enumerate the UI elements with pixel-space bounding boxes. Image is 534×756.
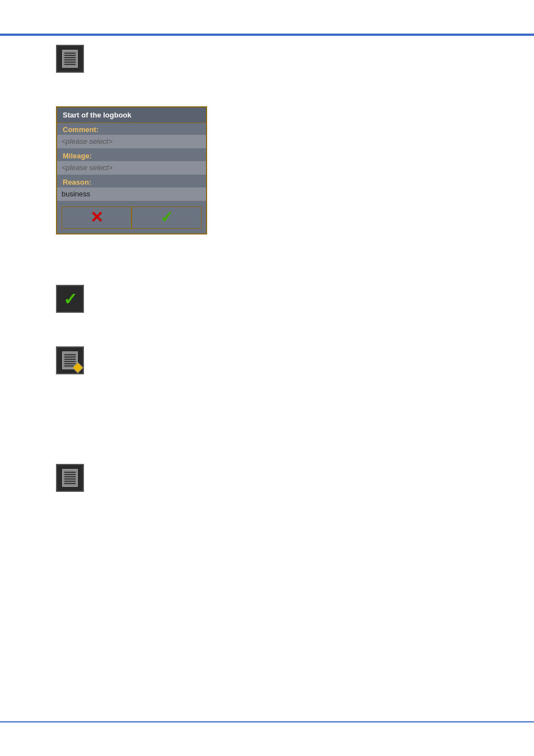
- mileage-field[interactable]: <please select>: [57, 161, 206, 175]
- logbook-icon: [62, 50, 78, 68]
- reason-label: Reason:: [57, 176, 206, 187]
- reason-field[interactable]: business: [57, 187, 206, 201]
- pencil-icon: [72, 362, 83, 373]
- dialog-buttons: ✕ ✓: [57, 202, 206, 233]
- start-logbook-dialog: Start of the logbook Comment: <please se…: [56, 106, 207, 234]
- comment-field[interactable]: <please select>: [57, 135, 206, 148]
- logbook-icon-2: [62, 469, 78, 487]
- logbook-icon-button-2[interactable]: [56, 464, 84, 492]
- mileage-label: Mileage:: [57, 149, 206, 161]
- top-border: [0, 34, 534, 36]
- bottom-border: [0, 721, 534, 722]
- logbook-edit-button[interactable]: [56, 346, 84, 374]
- dialog-title: Start of the logbook: [57, 107, 206, 123]
- comment-label: Comment:: [57, 123, 206, 135]
- confirm-icon: ✓: [160, 210, 173, 226]
- cancel-icon: ✕: [90, 210, 103, 226]
- confirm-button[interactable]: ✓: [132, 206, 202, 229]
- logbook-icon-button[interactable]: [56, 45, 84, 73]
- check-icon-button[interactable]: ✓: [56, 285, 84, 313]
- checkmark-icon: ✓: [63, 289, 77, 309]
- cancel-button[interactable]: ✕: [62, 206, 132, 229]
- logbook-edit-icon: [62, 351, 78, 369]
